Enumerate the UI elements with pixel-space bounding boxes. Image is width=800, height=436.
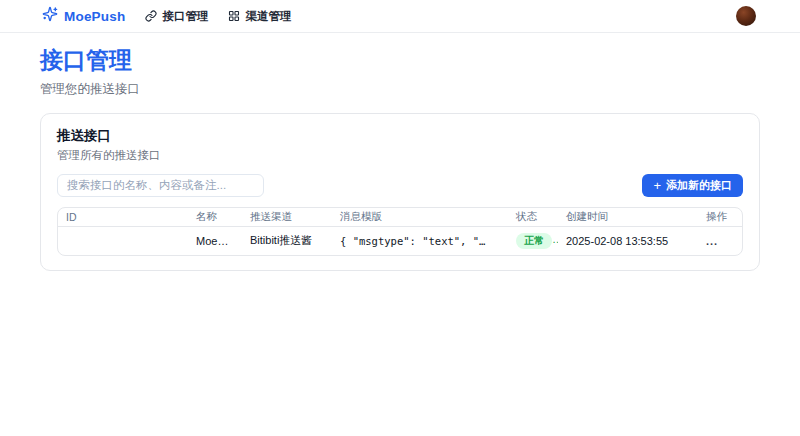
column-header-actions: 操作 [698,208,743,227]
page-subtitle: 管理您的推送接口 [40,81,760,98]
column-header-id: ID [58,208,188,227]
search-input[interactable] [57,174,264,197]
user-avatar[interactable] [736,6,756,26]
table-row: MoeMail Bitibiti推送酱 { "msgtype": "text",… [58,227,743,255]
nav-item-label: 渠道管理 [245,9,291,24]
table-header-row: ID 名称 推送渠道 消息模版 状态 创建时间 操作 [58,208,743,227]
cell-id [58,227,188,255]
endpoints-table: ID 名称 推送渠道 消息模版 状态 创建时间 操作 MoeMail Bitib… [57,207,743,256]
column-header-name: 名称 [188,208,242,227]
endpoints-card: 推送接口 管理所有的推送接口 + 添加新的接口 ID 名称 推送渠道 [40,113,760,271]
page-title: 接口管理 [40,47,760,75]
column-header-template: 消息模版 [332,208,508,227]
column-header-created: 创建时间 [558,208,698,227]
cell-created-at: 2025-02-08 13:53:55 [558,227,698,255]
cell-template: { "msgtype": "text", "… [332,227,508,255]
row-more-button[interactable]: ... [706,235,718,247]
column-header-channel: 推送渠道 [242,208,332,227]
status-badge: 正常 [516,233,552,249]
nav-item-interfaces[interactable]: 接口管理 [143,5,210,28]
add-endpoint-button-label: 添加新的接口 [666,178,732,193]
nav-item-channels[interactable]: 渠道管理 [226,5,293,28]
main-content: 接口管理 管理您的推送接口 推送接口 管理所有的推送接口 + 添加新的接口 ID [0,33,800,271]
plus-icon: + [653,179,661,192]
add-endpoint-button[interactable]: + 添加新的接口 [642,174,743,197]
top-navbar: MoePush 接口管理 渠道管理 [0,0,800,33]
brand-name: MoePush [64,9,125,24]
grid-icon [228,10,240,22]
link-icon [145,10,157,22]
cell-name: MoeMail [188,227,242,255]
sparkles-icon [42,6,58,26]
nav-item-label: 接口管理 [162,9,208,24]
card-subtitle: 管理所有的推送接口 [57,148,743,163]
card-toolbar: + 添加新的接口 [57,174,743,197]
cell-channel: Bitibiti推送酱 [242,227,332,255]
card-title: 推送接口 [57,127,743,145]
main-nav: 接口管理 渠道管理 [143,5,293,28]
cell-actions: ... [698,227,743,255]
brand-logo[interactable]: MoePush [42,6,125,26]
column-header-status: 状态 [508,208,558,227]
cell-status: 正常 [508,227,558,255]
